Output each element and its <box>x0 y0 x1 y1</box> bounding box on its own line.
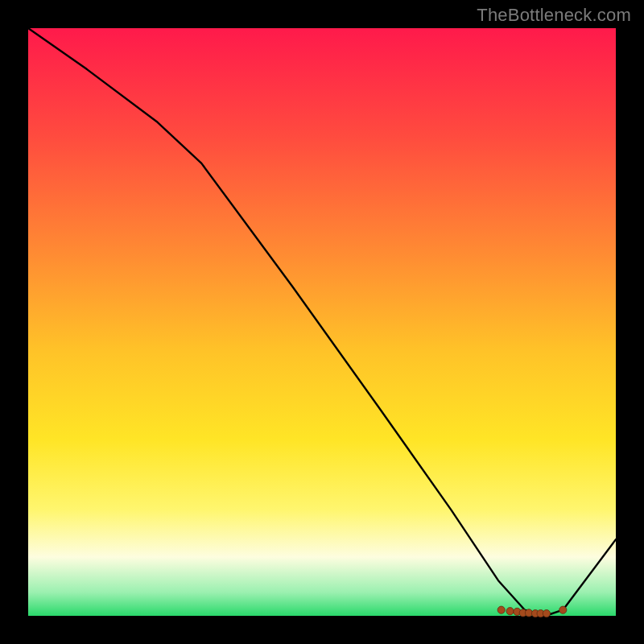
chart-root: TheBottleneck.com <box>0 0 644 644</box>
attribution-text: TheBottleneck.com <box>477 5 631 26</box>
marker-dot <box>506 608 514 615</box>
chart-overlay <box>28 28 616 616</box>
marker-dot <box>543 610 550 617</box>
bottleneck-curve <box>28 28 616 616</box>
chart-plot-area <box>28 28 616 616</box>
marker-dot <box>497 606 505 613</box>
marker-dot <box>559 606 567 613</box>
